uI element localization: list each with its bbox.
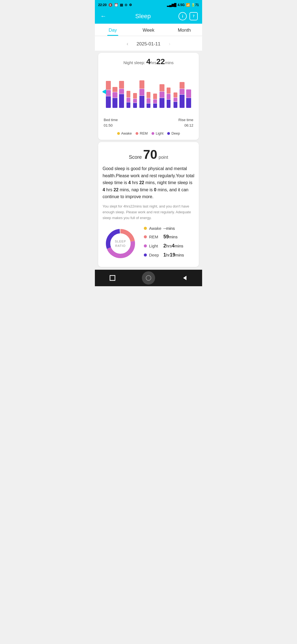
score-card: Score 70 point Good sleep is good for ph… [98,142,199,267]
bed-time-value: 01:50 [104,123,118,128]
ratio-deep-value: 1hr19mins [163,252,184,258]
ratio-rem-label: REM [149,234,161,239]
bed-rise-times: Bed time 01:50 Rise time 06:12 [103,116,194,128]
bar-group-1 [105,81,111,108]
bar-group-10 [166,88,172,108]
tab-day[interactable]: Day [95,24,131,36]
legend-deep: Deep [167,131,180,135]
bar-group-6 [139,80,145,108]
tab-week[interactable]: Week [131,24,166,36]
ratio-awake: Awake --mins [144,226,194,231]
bar-group-5 [132,93,138,108]
network-type: 4.5G [178,3,185,7]
settings-icon: ⚙ [129,3,132,7]
svg-rect-4 [110,275,115,280]
bar-group-7 [145,92,151,108]
ratio-deep: Deep 1hr19mins [144,252,194,258]
ratio-awake-label: Awake [149,226,161,231]
rise-time-value: 06:12 [178,123,193,128]
rise-time-label: Rise time [178,117,193,123]
score-sub-description: You slept for 4hrs22mins last night, and… [103,204,194,221]
donut-center-label: SLEEPRATIO [115,239,126,248]
message-icon: ▤ [120,3,123,7]
score-label: Score [129,154,142,160]
score-row: Score 70 point [103,147,194,162]
legend-awake: Awake [117,131,132,135]
info-button[interactable]: i [178,12,187,20]
legend-rem: REM [136,131,148,135]
tab-month[interactable]: Month [166,24,202,36]
next-date-button[interactable]: › [166,40,173,48]
prev-date-button[interactable]: ‹ [124,40,131,48]
bar-group-8 [152,94,158,108]
bar-group-4 [125,91,131,108]
chart-legend: Awake REM Light Deep [103,131,194,135]
sleep-ratio-section: SLEEPRATIO Awake --mins REM 59mins Light… [103,226,194,261]
ratio-light: Light 2hrs4mins [144,243,194,249]
score-description: Good sleep is good for physical and ment… [103,165,194,200]
mute-icon: 🔇 [108,3,112,7]
ratio-legend: Awake --mins REM 59mins Light 2hrs4mins … [144,226,194,261]
battery-icon: 🔋71 [191,3,199,7]
svg-marker-5 [183,276,186,280]
sleep-chart: ◀ [103,69,194,113]
status-bar: 22:20 🔇 ⏰ ▤ ⊙ ⚙ ▂▄▆█ 4.5G 📶 🔋71 [95,0,202,10]
bottom-navigation [95,270,202,286]
tab-bar: Day Week Month [95,24,202,36]
home-circle-icon [146,275,151,281]
date-navigation: ‹ 2025-01-11 › [95,36,202,51]
bar-group-9 [159,84,165,108]
alarm-icon: ⏰ [114,3,118,7]
sleep-donut-chart: SLEEPRATIO [103,226,138,261]
bar-group-3 [119,81,125,108]
bar-group-13 [186,87,192,108]
sleep-chart-card: Night sleep: 4hrs22mins ◀ [98,53,199,140]
activity-icon: ⊙ [125,3,127,7]
score-point: point [159,155,168,160]
nav-home-button[interactable] [142,271,155,285]
bar-group-12 [179,82,185,108]
ratio-light-value: 2hrs4mins [163,243,183,249]
nav-back-button[interactable] [179,272,190,283]
score-value: 70 [143,147,157,162]
legend-light: Light [152,131,163,135]
ratio-light-label: Light [149,244,161,248]
status-right: ▂▄▆█ 4.5G 📶 🔋71 [167,3,199,7]
ratio-rem: REM 59mins [144,234,194,240]
status-time: 22:20 [98,3,107,7]
ratio-rem-value: 59mins [163,234,178,240]
current-date: 2025-01-11 [137,41,161,47]
nav-square-button[interactable] [107,272,118,283]
status-left: 22:20 🔇 ⏰ ▤ ⊙ ⚙ [98,3,132,7]
bar-group-2 [112,87,118,108]
calendar-button[interactable]: 7 [189,12,198,20]
bed-time-label: Bed time [104,117,118,123]
bar-group-11 [172,92,178,108]
page-title: Sleep [135,13,151,20]
header-icons: i 7 [178,12,198,20]
wifi-icon: 📶 [186,3,190,7]
back-button[interactable]: ← [99,12,108,20]
ratio-deep-label: Deep [149,253,161,257]
ratio-awake-value: --mins [163,226,175,231]
chart-scroll-left[interactable]: ◀ [103,88,106,95]
app-header: ← Sleep i 7 [95,10,202,24]
sleep-bars [103,69,194,108]
signal-icon: ▂▄▆█ [167,3,177,7]
night-sleep-label: Night sleep: 4hrs22mins [103,57,194,66]
